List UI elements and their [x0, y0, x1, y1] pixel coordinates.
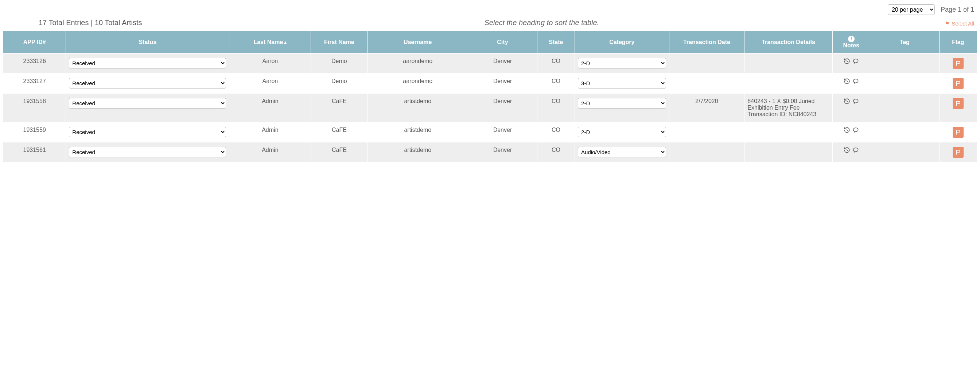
history-icon[interactable] — [844, 78, 850, 84]
col-tag[interactable]: Tag — [870, 31, 939, 54]
col-username[interactable]: Username — [368, 31, 468, 54]
category-select[interactable]: 2-D3-DAudio/VideoPhotographyMixed Media — [578, 147, 666, 157]
page-of-label: Page 1 of 1 — [940, 6, 974, 13]
cell-state: CO — [537, 74, 574, 94]
cell-city: Denver — [468, 54, 538, 74]
col-category[interactable]: Category — [575, 31, 669, 54]
flag-button[interactable] — [953, 78, 964, 89]
cell-category: 2-D3-DAudio/VideoPhotographyMixed Media — [575, 94, 669, 122]
col-notes[interactable]: iNotes — [832, 31, 870, 54]
cell-notes — [832, 74, 870, 94]
col-firstname[interactable]: First Name — [311, 31, 368, 54]
comment-icon[interactable] — [853, 127, 859, 133]
table-row: 1931559ReceivedAcceptedNot AcceptedPendi… — [3, 122, 977, 143]
category-select[interactable]: 2-D3-DAudio/VideoPhotographyMixed Media — [578, 127, 666, 137]
cell-status: ReceivedAcceptedNot AcceptedPendingWithd… — [66, 143, 229, 162]
category-select[interactable]: 2-D3-DAudio/VideoPhotographyMixed Media — [578, 98, 666, 108]
cell-status: ReceivedAcceptedNot AcceptedPendingWithd… — [66, 54, 229, 74]
history-icon[interactable] — [844, 147, 850, 153]
col-flag[interactable]: Flag — [939, 31, 977, 54]
svg-point-0 — [853, 59, 858, 63]
cell-lastname: Admin — [229, 94, 311, 122]
cell-username: artistdemo — [368, 122, 468, 143]
select-all-link[interactable]: Select All — [951, 21, 974, 27]
col-appid[interactable]: APP ID# — [3, 31, 66, 54]
cell-category: 2-D3-DAudio/VideoPhotographyMixed Media — [575, 74, 669, 94]
status-select[interactable]: ReceivedAcceptedNot AcceptedPendingWithd… — [69, 147, 226, 157]
col-tdetails[interactable]: Transaction Details — [745, 31, 832, 54]
cell-tdate — [669, 143, 745, 162]
table-row: 2333127ReceivedAcceptedNot AcceptedPendi… — [3, 74, 977, 94]
cell-lastname: Aaron — [229, 54, 311, 74]
cell-appid: 2333127 — [3, 74, 66, 94]
cell-firstname: CaFE — [311, 122, 368, 143]
svg-point-6 — [853, 128, 858, 132]
cell-flag — [939, 54, 977, 74]
cell-username: artistdemo — [368, 143, 468, 162]
cell-tag — [870, 122, 939, 143]
sort-asc-icon — [283, 39, 286, 45]
cell-notes — [832, 94, 870, 122]
status-select[interactable]: ReceivedAcceptedNot AcceptedPendingWithd… — [69, 78, 226, 89]
cell-flag — [939, 143, 977, 162]
cell-tdetails — [745, 122, 832, 143]
svg-point-4 — [853, 99, 858, 103]
status-select[interactable]: ReceivedAcceptedNot AcceptedPendingWithd… — [69, 58, 226, 68]
flag-button[interactable] — [953, 98, 964, 109]
cell-tag — [870, 143, 939, 162]
cell-appid: 1931561 — [3, 143, 66, 162]
flag-button[interactable] — [953, 58, 964, 69]
cell-tdetails: 840243 - 1 X $0.00 Juried Exhibition Ent… — [745, 94, 832, 122]
cell-username: aarondemo — [368, 54, 468, 74]
col-state[interactable]: State — [537, 31, 574, 54]
cell-firstname: Demo — [311, 74, 368, 94]
col-city[interactable]: City — [468, 31, 538, 54]
cell-tdetails — [745, 74, 832, 94]
cell-state: CO — [537, 122, 574, 143]
status-select[interactable]: ReceivedAcceptedNot AcceptedPendingWithd… — [69, 127, 226, 137]
cell-state: CO — [537, 54, 574, 74]
flag-button[interactable] — [953, 127, 964, 138]
cell-lastname: Admin — [229, 143, 311, 162]
cell-status: ReceivedAcceptedNot AcceptedPendingWithd… — [66, 122, 229, 143]
cell-flag — [939, 94, 977, 122]
history-icon[interactable] — [844, 127, 850, 133]
status-select[interactable]: ReceivedAcceptedNot AcceptedPendingWithd… — [69, 98, 226, 108]
table-row: 1931558ReceivedAcceptedNot AcceptedPendi… — [3, 94, 977, 122]
cell-tag — [870, 54, 939, 74]
table-row: 1931561ReceivedAcceptedNot AcceptedPendi… — [3, 143, 977, 162]
col-tdate[interactable]: Transaction Date — [669, 31, 745, 54]
col-lastname[interactable]: Last Name — [229, 31, 311, 54]
svg-point-2 — [853, 79, 858, 83]
cell-state: CO — [537, 143, 574, 162]
cell-status: ReceivedAcceptedNot AcceptedPendingWithd… — [66, 94, 229, 122]
comment-icon[interactable] — [853, 98, 859, 105]
comment-icon[interactable] — [853, 147, 859, 153]
cell-tag — [870, 94, 939, 122]
cell-city: Denver — [468, 94, 538, 122]
flag-icon: ⚑ — [945, 21, 950, 27]
cell-tdate — [669, 54, 745, 74]
cell-lastname: Aaron — [229, 74, 311, 94]
cell-flag — [939, 74, 977, 94]
cell-notes — [832, 54, 870, 74]
cell-city: Denver — [468, 74, 538, 94]
cell-firstname: Demo — [311, 54, 368, 74]
svg-point-8 — [853, 148, 858, 152]
cell-state: CO — [537, 94, 574, 122]
comment-icon[interactable] — [853, 58, 859, 65]
cell-firstname: CaFE — [311, 94, 368, 122]
cell-category: 2-D3-DAudio/VideoPhotographyMixed Media — [575, 54, 669, 74]
per-page-select[interactable]: 10 per page20 per page50 per page100 per… — [888, 4, 935, 15]
col-status[interactable]: Status — [66, 31, 229, 54]
comment-icon[interactable] — [853, 78, 859, 84]
flag-button[interactable] — [953, 147, 964, 158]
cell-tdetails — [745, 54, 832, 74]
category-select[interactable]: 2-D3-DAudio/VideoPhotographyMixed Media — [578, 78, 666, 89]
history-icon[interactable] — [844, 58, 850, 65]
category-select[interactable]: 2-D3-DAudio/VideoPhotographyMixed Media — [578, 58, 666, 68]
cell-tdetails — [745, 143, 832, 162]
table-row: 2333126ReceivedAcceptedNot AcceptedPendi… — [3, 54, 977, 74]
cell-tdate — [669, 122, 745, 143]
history-icon[interactable] — [844, 98, 850, 105]
